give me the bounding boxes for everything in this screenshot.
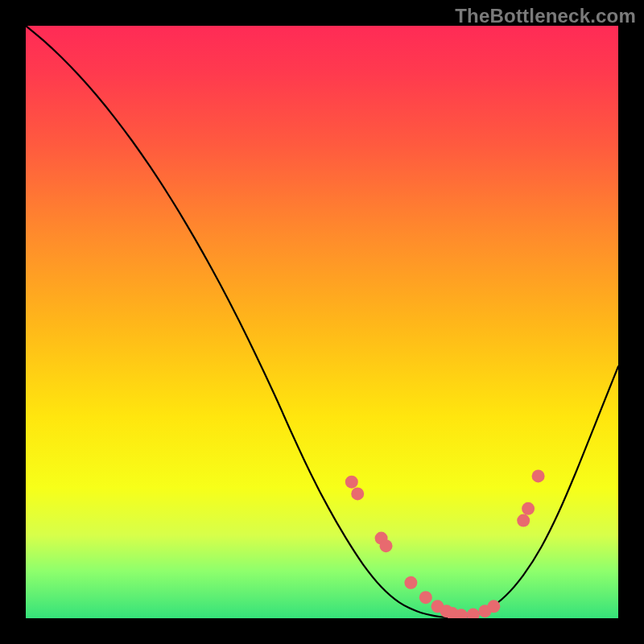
chart-svg bbox=[26, 26, 618, 618]
chart-marker-dot bbox=[517, 514, 530, 527]
chart-frame: TheBottleneck.com bbox=[0, 0, 644, 644]
chart-marker-dot bbox=[404, 576, 417, 589]
chart-marker-dot bbox=[532, 469, 545, 482]
chart-marker-dot bbox=[467, 609, 480, 618]
watermark-text: TheBottleneck.com bbox=[455, 5, 636, 27]
chart-markers bbox=[345, 469, 545, 618]
chart-curve bbox=[26, 26, 618, 617]
chart-marker-dot bbox=[351, 487, 364, 500]
chart-marker-dot bbox=[522, 502, 535, 515]
chart-plot-area bbox=[26, 26, 618, 618]
chart-marker-dot bbox=[487, 600, 500, 613]
chart-marker-dot bbox=[419, 591, 432, 604]
chart-marker-dot bbox=[380, 539, 393, 552]
chart-marker-dot bbox=[345, 476, 358, 489]
